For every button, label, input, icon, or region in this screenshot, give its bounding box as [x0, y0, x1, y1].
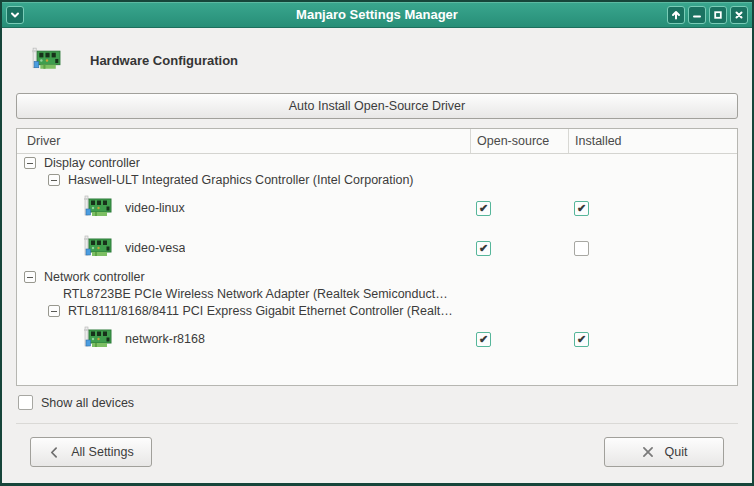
- minimize-button[interactable]: [688, 6, 706, 24]
- content-area: Hardware Configuration Auto Install Open…: [2, 28, 752, 483]
- tree-row[interactable]: Haswell-ULT Integrated Graphics Controll…: [17, 171, 737, 188]
- pci-card-icon: [81, 192, 115, 224]
- maximize-button[interactable]: [709, 6, 727, 24]
- chevron-down-icon: [9, 9, 21, 21]
- keep-above-button[interactable]: [667, 6, 685, 24]
- page-header: Hardware Configuration: [30, 38, 738, 82]
- chevron-left-icon: [48, 446, 61, 459]
- row-label: network-r8168: [125, 332, 205, 346]
- row-label: Display controller: [44, 156, 140, 170]
- page-title: Hardware Configuration: [90, 53, 238, 68]
- open-source-checkbox[interactable]: ✔: [476, 241, 491, 256]
- auto-install-driver-button[interactable]: Auto Install Open-Source Driver: [16, 93, 738, 119]
- close-x-icon: [641, 445, 655, 459]
- footer: All Settings Quit: [16, 423, 738, 483]
- window-menu-button[interactable]: [6, 6, 24, 24]
- row-label: video-linux: [125, 201, 185, 215]
- arrow-up-icon: [670, 9, 682, 21]
- collapse-expander-icon[interactable]: [48, 305, 60, 317]
- maximize-icon: [712, 9, 724, 21]
- column-header-open-source[interactable]: Open-source: [470, 129, 568, 153]
- installed-checkbox[interactable]: [574, 241, 589, 256]
- quit-label: Quit: [665, 445, 688, 459]
- open-source-checkbox[interactable]: ✔: [476, 332, 491, 347]
- pci-card-icon: [81, 323, 115, 355]
- tree-row[interactable]: video-vesa✔: [17, 228, 737, 268]
- table-header[interactable]: Driver Open-source Installed: [17, 129, 737, 154]
- column-header-installed[interactable]: Installed: [568, 129, 737, 153]
- show-all-devices-row[interactable]: Show all devices: [16, 395, 738, 410]
- row-label: Haswell-ULT Integrated Graphics Controll…: [68, 173, 414, 187]
- show-all-devices-label: Show all devices: [41, 396, 134, 410]
- show-all-devices-checkbox[interactable]: [18, 395, 33, 410]
- row-label: video-vesa: [125, 241, 185, 255]
- open-source-checkbox[interactable]: ✔: [476, 201, 491, 216]
- row-label: RTL8111/8168/8411 PCI Express Gigabit Et…: [68, 304, 453, 318]
- tree-row[interactable]: RTL8723BE PCIe Wireless Network Adapter …: [17, 285, 737, 302]
- pci-card-icon: [30, 44, 63, 77]
- pci-card-icon: [81, 232, 115, 264]
- collapse-expander-icon[interactable]: [48, 174, 60, 186]
- row-label: RTL8723BE PCIe Wireless Network Adapter …: [63, 287, 448, 301]
- minimize-icon: [691, 9, 703, 21]
- installed-checkbox[interactable]: ✔: [574, 332, 589, 347]
- quit-button[interactable]: Quit: [604, 437, 724, 467]
- driver-table: Driver Open-source Installed Display con…: [16, 128, 738, 386]
- row-label: Network controller: [44, 270, 145, 284]
- app-window: Manjaro Settings Manager: [0, 0, 754, 486]
- tree-row[interactable]: Display controller: [17, 154, 737, 171]
- collapse-expander-icon[interactable]: [24, 271, 36, 283]
- close-button[interactable]: [730, 6, 748, 24]
- tree-row[interactable]: network-r8168✔✔: [17, 319, 737, 359]
- tree-row[interactable]: Network controller: [17, 268, 737, 285]
- driver-tree: Display controllerHaswell-ULT Integrated…: [17, 154, 737, 385]
- all-settings-button[interactable]: All Settings: [30, 437, 152, 467]
- titlebar[interactable]: Manjaro Settings Manager: [2, 2, 752, 28]
- collapse-expander-icon[interactable]: [24, 157, 36, 169]
- column-header-driver[interactable]: Driver: [17, 129, 470, 153]
- tree-row[interactable]: video-linux✔✔: [17, 188, 737, 228]
- tree-row[interactable]: RTL8111/8168/8411 PCI Express Gigabit Et…: [17, 302, 737, 319]
- installed-checkbox[interactable]: ✔: [574, 201, 589, 216]
- close-icon: [733, 9, 745, 21]
- all-settings-label: All Settings: [71, 445, 134, 459]
- window-title: Manjaro Settings Manager: [2, 7, 752, 22]
